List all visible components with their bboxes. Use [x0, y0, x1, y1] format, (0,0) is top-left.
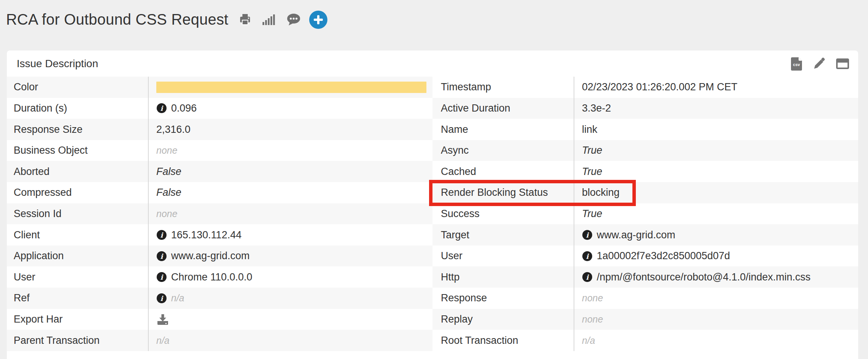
- info-icon[interactable]: i: [156, 293, 167, 304]
- row-value: 0.096: [171, 102, 197, 114]
- page-title: RCA for Outbound CSS Request: [6, 11, 228, 28]
- row-label: Root Transaction: [441, 335, 518, 346]
- row-label: Aborted: [14, 166, 50, 178]
- row-value-cell: [149, 77, 432, 98]
- info-icon[interactable]: i: [582, 272, 593, 282]
- row-label: Business Object: [14, 145, 88, 156]
- row-value-cell: none: [149, 203, 432, 225]
- row-value: False: [156, 166, 181, 178]
- row-value: n/a: [171, 293, 184, 304]
- row-label: Name: [441, 124, 468, 135]
- add-icon[interactable]: [309, 10, 328, 29]
- row-label: Response Size: [14, 124, 83, 135]
- row-value-cell: i/npm/@fontsource/roboto@4.1.0/index.min…: [574, 266, 858, 288]
- info-icon[interactable]: i: [156, 251, 167, 261]
- row-value-cell: none: [149, 140, 432, 161]
- table-row: Async True: [432, 140, 858, 161]
- info-icon[interactable]: i: [582, 230, 593, 240]
- info-icon[interactable]: i: [156, 272, 167, 282]
- row-label: Active Duration: [441, 102, 510, 114]
- row-value-cell: n/a: [574, 330, 858, 351]
- table-row: Compressed False: [7, 182, 432, 203]
- comment-icon[interactable]: [286, 13, 301, 27]
- table-row: Success True: [432, 203, 858, 225]
- svg-text:csv: csv: [793, 62, 800, 67]
- row-label: Response: [441, 292, 487, 304]
- row-value-cell: none: [574, 309, 858, 330]
- row-label: Render Blocking Status: [441, 187, 548, 198]
- info-icon[interactable]: i: [582, 251, 593, 261]
- row-value: 3.3e-2: [582, 102, 611, 114]
- row-label: Replay: [441, 313, 473, 325]
- table-row: User i1a00002f7e3d2c850005d07d: [432, 246, 858, 267]
- row-value-cell: 02/23/2023 01:26:20.002 PM CET: [574, 77, 858, 98]
- row-value: none: [156, 208, 178, 219]
- panel-title: Issue Description: [17, 58, 98, 70]
- panel-header: Issue Description csv: [7, 50, 858, 77]
- table-row: Business Object none: [7, 140, 432, 161]
- row-label: Target: [441, 229, 469, 241]
- table-row: Session Id none: [7, 203, 432, 225]
- info-icon[interactable]: i: [156, 103, 167, 113]
- row-label: Ref: [14, 292, 30, 304]
- right-property-table: Timestamp 02/23/2023 01:26:20.002 PM CET…: [432, 77, 858, 351]
- row-value-cell: 2,316.0: [149, 119, 432, 140]
- issue-description-panel: Issue Description csv: [7, 50, 858, 359]
- edit-icon[interactable]: [812, 57, 826, 71]
- property-tables: Color Duration (s) i0.096 Response Size …: [7, 77, 858, 351]
- table-row: Cached True: [432, 161, 858, 182]
- row-value: 165.130.112.44: [171, 229, 242, 241]
- table-row: Name link: [432, 119, 858, 140]
- row-label: Application: [14, 250, 64, 262]
- row-label: Http: [441, 271, 460, 283]
- stats-bars-icon[interactable]: [262, 13, 276, 27]
- row-value: none: [582, 293, 603, 304]
- row-value: www.ag-grid.com: [597, 229, 675, 241]
- row-value: blocking: [582, 187, 620, 198]
- table-row: Response Size 2,316.0: [7, 119, 432, 140]
- row-value: False: [156, 187, 181, 198]
- row-value-cell: link: [574, 119, 858, 140]
- table-row: Active Duration 3.3e-2: [432, 98, 858, 119]
- table-row: Client i165.130.112.44: [7, 224, 432, 246]
- row-value-cell: blocking: [574, 182, 858, 203]
- row-value-cell: True: [574, 203, 858, 225]
- row-value-cell: n/a: [149, 330, 432, 351]
- row-value-cell: iwww.ag-grid.com: [149, 246, 432, 267]
- row-value: none: [156, 145, 178, 156]
- row-value: 02/23/2023 01:26:20.002 PM CET: [582, 81, 737, 93]
- row-value: 1a00002f7e3d2c850005d07d: [597, 250, 730, 262]
- row-value-cell: False: [149, 182, 432, 203]
- print-icon[interactable]: [238, 13, 252, 27]
- table-row: Duration (s) i0.096: [7, 98, 432, 119]
- row-value-cell: none: [574, 288, 858, 309]
- row-value: True: [582, 145, 602, 156]
- download-har-icon[interactable]: [156, 313, 169, 326]
- table-row: User iChrome 110.0.0.0: [7, 266, 432, 288]
- table-row: Http i/npm/@fontsource/roboto@4.1.0/inde…: [432, 266, 858, 288]
- row-label: Session Id: [14, 208, 61, 220]
- row-label: Duration (s): [14, 102, 67, 114]
- export-csv-icon[interactable]: csv: [791, 57, 803, 71]
- row-value-cell: iwww.ag-grid.com: [574, 224, 858, 246]
- row-value-cell: True: [574, 161, 858, 182]
- row-value-cell: in/a: [149, 288, 432, 309]
- row-label: Client: [14, 229, 40, 241]
- row-value-cell: [149, 309, 432, 330]
- row-label: User: [14, 271, 35, 283]
- row-value-cell: 3.3e-2: [574, 98, 858, 119]
- window-icon[interactable]: [835, 58, 850, 70]
- row-value-cell: i165.130.112.44: [149, 224, 432, 246]
- row-label: Color: [14, 81, 38, 93]
- table-row: Root Transaction n/a: [432, 330, 858, 351]
- row-value: 2,316.0: [156, 124, 190, 135]
- row-label: Cached: [441, 166, 476, 178]
- row-value: link: [582, 124, 598, 135]
- row-label: Timestamp: [441, 81, 491, 93]
- table-row: Application iwww.ag-grid.com: [7, 246, 432, 267]
- row-value-cell: i0.096: [149, 98, 432, 119]
- row-label: Compressed: [14, 187, 72, 198]
- info-icon[interactable]: i: [156, 230, 167, 240]
- row-value: Chrome 110.0.0.0: [171, 271, 252, 283]
- table-row: Color: [7, 77, 432, 98]
